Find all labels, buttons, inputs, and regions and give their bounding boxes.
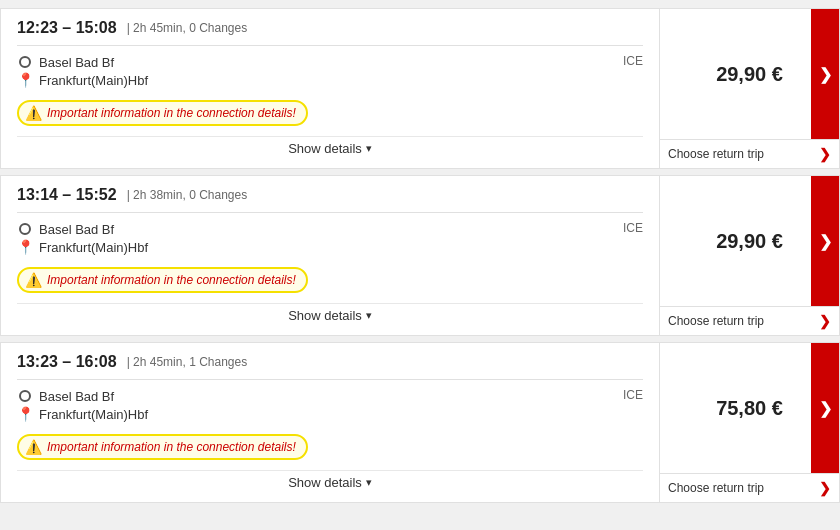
origin-station-2: Basel Bad Bf — [39, 222, 643, 237]
price-text-3: 75,80 € — [716, 397, 783, 420]
destination-row-3: 📍 Frankfurt(Main)Hbf — [17, 406, 643, 422]
pin-icon-1: 📍 — [17, 72, 34, 88]
price-section-3: 75,80 € ❯ — [660, 343, 839, 473]
destination-row-2: 📍 Frankfurt(Main)Hbf — [17, 239, 643, 255]
trip-header-2: 13:14 – 15:52 | 2h 38min, 0 Changes — [17, 186, 643, 204]
trip-main-3: 13:23 – 16:08 | 2h 45min, 1 Changes ICE … — [1, 343, 659, 502]
destination-icon-3: 📍 — [17, 406, 33, 422]
origin-icon-1 — [17, 54, 33, 70]
destination-station-3: Frankfurt(Main)Hbf — [39, 407, 643, 422]
choose-return-section-3[interactable]: Choose return trip ❯ — [660, 473, 839, 502]
choose-return-arrow-icon-3: ❯ — [819, 480, 831, 496]
choose-return-text-2: Choose return trip — [668, 314, 764, 328]
important-info-text-1: Important information in the connection … — [47, 106, 296, 120]
show-details-label-3: Show details — [288, 475, 362, 490]
important-info-wrapper-3: ⚠️ Important information in the connecti… — [17, 430, 643, 466]
trips-container: 12:23 – 15:08 | 2h 45min, 0 Changes ICE … — [0, 0, 840, 517]
train-type-3: ICE — [623, 388, 643, 402]
price-arrow-button-2[interactable]: ❯ — [811, 176, 839, 306]
trip-header-3: 13:23 – 16:08 | 2h 45min, 1 Changes — [17, 353, 643, 371]
show-details-button-1[interactable]: Show details ▾ — [288, 141, 372, 156]
trip-main-2: 13:14 – 15:52 | 2h 38min, 0 Changes ICE … — [1, 176, 659, 335]
destination-station-1: Frankfurt(Main)Hbf — [39, 73, 643, 88]
important-info-wrapper-1: ⚠️ Important information in the connecti… — [17, 96, 643, 132]
origin-row-1: Basel Bad Bf — [17, 54, 643, 70]
chevron-down-icon-3: ▾ — [366, 476, 372, 489]
circle-icon-3 — [19, 390, 31, 402]
trip-separator-3 — [17, 379, 643, 380]
trip-time-3: 13:23 – 16:08 — [17, 353, 117, 371]
trip-card-2: 13:14 – 15:52 | 2h 38min, 0 Changes ICE … — [0, 175, 840, 336]
price-text-1: 29,90 € — [716, 63, 783, 86]
important-info-badge-1: ⚠️ Important information in the connecti… — [17, 100, 308, 126]
destination-station-2: Frankfurt(Main)Hbf — [39, 240, 643, 255]
destination-icon-1: 📍 — [17, 72, 33, 88]
trip-meta-3: | 2h 45min, 1 Changes — [127, 355, 248, 369]
important-info-badge-2: ⚠️ Important information in the connecti… — [17, 267, 308, 293]
destination-row-1: 📍 Frankfurt(Main)Hbf — [17, 72, 643, 88]
show-details-row-2[interactable]: Show details ▾ — [17, 303, 643, 327]
price-arrow-button-1[interactable]: ❯ — [811, 9, 839, 139]
trip-separator-2 — [17, 212, 643, 213]
pin-icon-3: 📍 — [17, 406, 34, 422]
choose-return-arrow-icon-1: ❯ — [819, 146, 831, 162]
info-icon-1: ⚠️ — [25, 105, 42, 121]
important-info-text-2: Important information in the connection … — [47, 273, 296, 287]
origin-icon-3 — [17, 388, 33, 404]
destination-icon-2: 📍 — [17, 239, 33, 255]
show-details-row-1[interactable]: Show details ▾ — [17, 136, 643, 160]
price-text-2: 29,90 € — [716, 230, 783, 253]
choose-return-text-3: Choose return trip — [668, 481, 764, 495]
train-type-1: ICE — [623, 54, 643, 68]
trip-route-1: ICE Basel Bad Bf 📍 Frankfurt(Main)Hbf — [17, 54, 643, 90]
origin-icon-2 — [17, 221, 33, 237]
circle-icon-1 — [19, 56, 31, 68]
origin-row-2: Basel Bad Bf — [17, 221, 643, 237]
show-details-button-2[interactable]: Show details ▾ — [288, 308, 372, 323]
chevron-down-icon-2: ▾ — [366, 309, 372, 322]
important-info-text-3: Important information in the connection … — [47, 440, 296, 454]
price-section-1: 29,90 € ❯ — [660, 9, 839, 139]
info-icon-2: ⚠️ — [25, 272, 42, 288]
info-icon-3: ⚠️ — [25, 439, 42, 455]
show-details-button-3[interactable]: Show details ▾ — [288, 475, 372, 490]
choose-return-arrow-icon-2: ❯ — [819, 313, 831, 329]
important-info-badge-3: ⚠️ Important information in the connecti… — [17, 434, 308, 460]
trip-header-1: 12:23 – 15:08 | 2h 45min, 0 Changes — [17, 19, 643, 37]
show-details-row-3[interactable]: Show details ▾ — [17, 470, 643, 494]
trip-meta-2: | 2h 38min, 0 Changes — [127, 188, 248, 202]
important-info-wrapper-2: ⚠️ Important information in the connecti… — [17, 263, 643, 299]
trip-right-2: 29,90 € ❯ Choose return trip ❯ — [659, 176, 839, 335]
trip-card-3: 13:23 – 16:08 | 2h 45min, 1 Changes ICE … — [0, 342, 840, 503]
trip-time-2: 13:14 – 15:52 — [17, 186, 117, 204]
trip-card-1: 12:23 – 15:08 | 2h 45min, 0 Changes ICE … — [0, 8, 840, 169]
trip-time-1: 12:23 – 15:08 — [17, 19, 117, 37]
trip-meta-1: | 2h 45min, 0 Changes — [127, 21, 248, 35]
origin-station-1: Basel Bad Bf — [39, 55, 643, 70]
circle-icon-2 — [19, 223, 31, 235]
origin-station-3: Basel Bad Bf — [39, 389, 643, 404]
trip-route-3: ICE Basel Bad Bf 📍 Frankfurt(Main)Hbf — [17, 388, 643, 424]
choose-return-text-1: Choose return trip — [668, 147, 764, 161]
trip-right-3: 75,80 € ❯ Choose return trip ❯ — [659, 343, 839, 502]
trip-main-1: 12:23 – 15:08 | 2h 45min, 0 Changes ICE … — [1, 9, 659, 168]
train-type-2: ICE — [623, 221, 643, 235]
trip-separator-1 — [17, 45, 643, 46]
price-section-2: 29,90 € ❯ — [660, 176, 839, 306]
trip-right-1: 29,90 € ❯ Choose return trip ❯ — [659, 9, 839, 168]
show-details-label-2: Show details — [288, 308, 362, 323]
choose-return-section-1[interactable]: Choose return trip ❯ — [660, 139, 839, 168]
price-arrow-button-3[interactable]: ❯ — [811, 343, 839, 473]
chevron-down-icon-1: ▾ — [366, 142, 372, 155]
origin-row-3: Basel Bad Bf — [17, 388, 643, 404]
show-details-label-1: Show details — [288, 141, 362, 156]
trip-route-2: ICE Basel Bad Bf 📍 Frankfurt(Main)Hbf — [17, 221, 643, 257]
choose-return-section-2[interactable]: Choose return trip ❯ — [660, 306, 839, 335]
pin-icon-2: 📍 — [17, 239, 34, 255]
